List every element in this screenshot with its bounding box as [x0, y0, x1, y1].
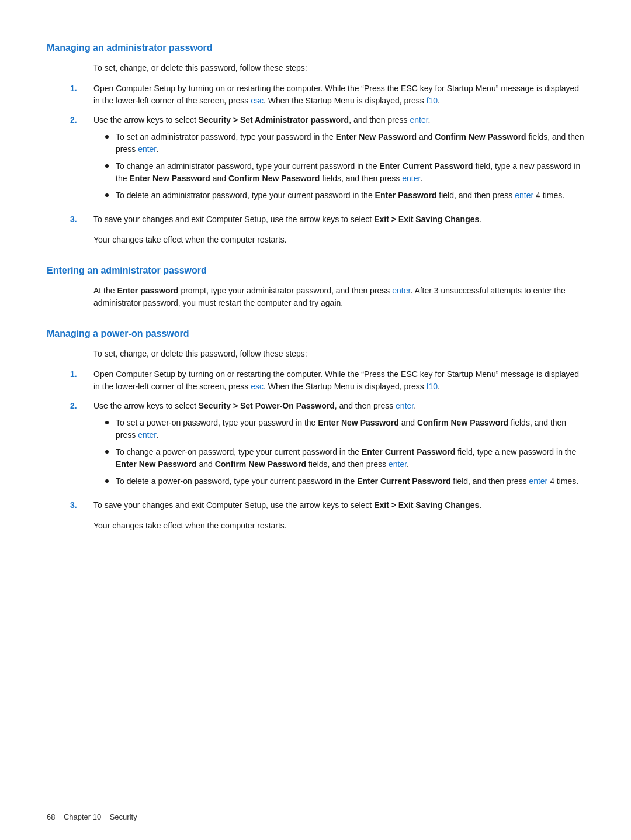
bullet-text: To set an administrator password, type y… — [116, 131, 584, 155]
bullet-text: To change a power-on password, type your… — [116, 446, 584, 471]
list-item: 1. Open Computer Setup by turning on or … — [70, 82, 584, 107]
list-item: 1. Open Computer Setup by turning on or … — [70, 368, 584, 393]
section1-footer: Your changes take effect when the comput… — [93, 234, 584, 246]
bullet-item: To set an administrator password, type y… — [105, 131, 584, 155]
bold-enter-password: Enter password — [117, 286, 178, 295]
list-item: 3. To save your changes and exit Compute… — [70, 499, 584, 511]
bullet-item: To change an administrator password, typ… — [105, 160, 584, 185]
bullet-item: To delete an administrator password, typ… — [105, 189, 584, 202]
link-f10: f10 — [427, 96, 438, 105]
bullet-list: To set an administrator password, type y… — [105, 131, 584, 202]
link-enter: enter — [138, 144, 156, 154]
section1-list: 1. Open Computer Setup by turning on or … — [70, 82, 584, 226]
link-esc: esc — [251, 96, 264, 105]
link-enter: enter — [402, 174, 420, 183]
link-enter: enter — [138, 430, 156, 440]
link-esc: esc — [251, 382, 264, 391]
link-f10: f10 — [427, 382, 438, 391]
bullet-dot — [105, 450, 109, 454]
bullet-item: To change a power-on password, type your… — [105, 446, 584, 471]
link-enter: enter — [410, 115, 428, 125]
list-item: 2. Use the arrow keys to select Security… — [70, 114, 584, 206]
bullet-dot — [105, 193, 109, 197]
list-number: 3. — [70, 213, 93, 226]
section1-heading: Managing an administrator password — [47, 41, 584, 55]
bullet-text: To set a power-on password, type your pa… — [116, 417, 584, 441]
list-content: To save your changes and exit Computer S… — [93, 499, 584, 511]
section3-intro: To set, change, or delete this password,… — [93, 348, 584, 360]
link-enter: enter — [515, 191, 533, 200]
bold-security-admin: Security > Set Administrator password — [199, 115, 349, 125]
page: Managing an administrator password To se… — [0, 0, 631, 840]
bullet-text: To delete a power-on password, type your… — [116, 475, 578, 488]
list-content: Open Computer Setup by turning on or res… — [93, 368, 584, 393]
bullet-dot — [105, 135, 109, 139]
bullet-item: To delete a power-on password, type your… — [105, 475, 584, 488]
section1-intro: To set, change, or delete this password,… — [93, 62, 584, 74]
link-enter: enter — [396, 401, 414, 410]
bullet-list: To set a power-on password, type your pa… — [105, 417, 584, 488]
page-footer: 68 Chapter 10 Security — [47, 811, 137, 823]
bold-exit: Exit > Exit Saving Changes — [374, 500, 479, 510]
list-number: 2. — [70, 400, 93, 492]
bullet-dot — [105, 421, 109, 424]
list-content: To save your changes and exit Computer S… — [93, 213, 584, 226]
section-label: Security — [110, 813, 137, 821]
list-number: 3. — [70, 499, 93, 511]
bullet-text: To change an administrator password, typ… — [116, 160, 584, 185]
section3-list: 1. Open Computer Setup by turning on or … — [70, 368, 584, 511]
link-enter: enter — [389, 459, 407, 469]
link-enter: enter — [529, 476, 547, 486]
bullet-item: To set a power-on password, type your pa… — [105, 417, 584, 441]
bullet-text: To delete an administrator password, typ… — [116, 189, 564, 202]
list-item: 2. Use the arrow keys to select Security… — [70, 400, 584, 492]
page-number: 68 — [47, 813, 55, 821]
section2-body: At the Enter password prompt, type your … — [93, 285, 584, 309]
link-enter: enter — [392, 286, 410, 295]
list-number: 1. — [70, 368, 93, 393]
section2-heading: Entering an administrator password — [47, 264, 584, 278]
bold-security-poweron: Security > Set Power-On Password — [199, 401, 335, 410]
list-content: Open Computer Setup by turning on or res… — [93, 82, 584, 107]
bullet-dot — [105, 164, 109, 168]
section3-heading: Managing a power-on password — [47, 327, 584, 341]
list-content: Use the arrow keys to select Security > … — [93, 114, 584, 206]
section3-footer: Your changes take effect when the comput… — [93, 520, 584, 532]
bullet-dot — [105, 479, 109, 483]
list-content: Use the arrow keys to select Security > … — [93, 400, 584, 492]
list-number: 2. — [70, 114, 93, 206]
chapter-label: Chapter 10 — [64, 813, 101, 821]
bold-exit: Exit > Exit Saving Changes — [374, 215, 479, 224]
list-item: 3. To save your changes and exit Compute… — [70, 213, 584, 226]
list-number: 1. — [70, 82, 93, 107]
